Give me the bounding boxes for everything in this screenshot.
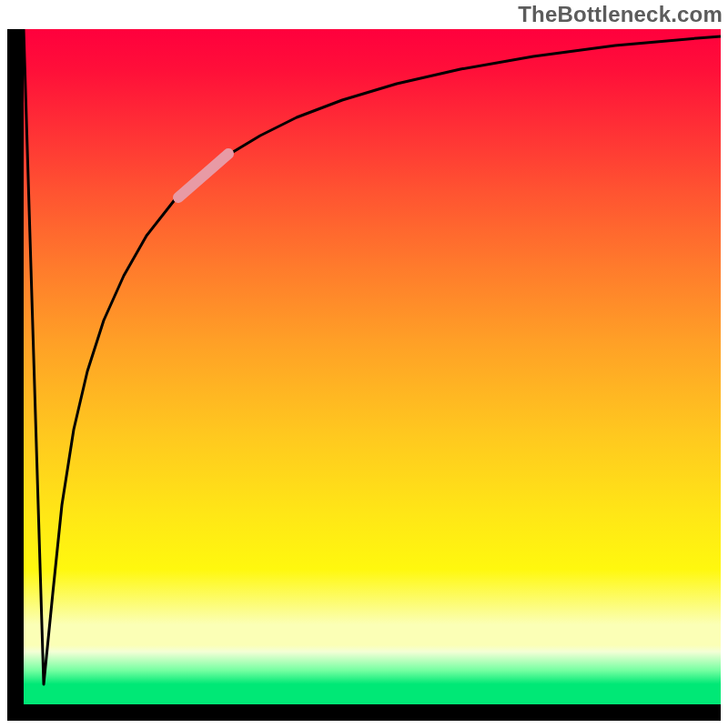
curve-svg [24, 29, 721, 704]
watermark-text: TheBottleneck.com [518, 2, 723, 27]
curve-highlight [178, 154, 228, 197]
bottleneck-curve [24, 29, 721, 684]
plot-frame [7, 29, 721, 721]
chart-container: TheBottleneck.com [0, 0, 728, 728]
plot-area [24, 29, 721, 704]
